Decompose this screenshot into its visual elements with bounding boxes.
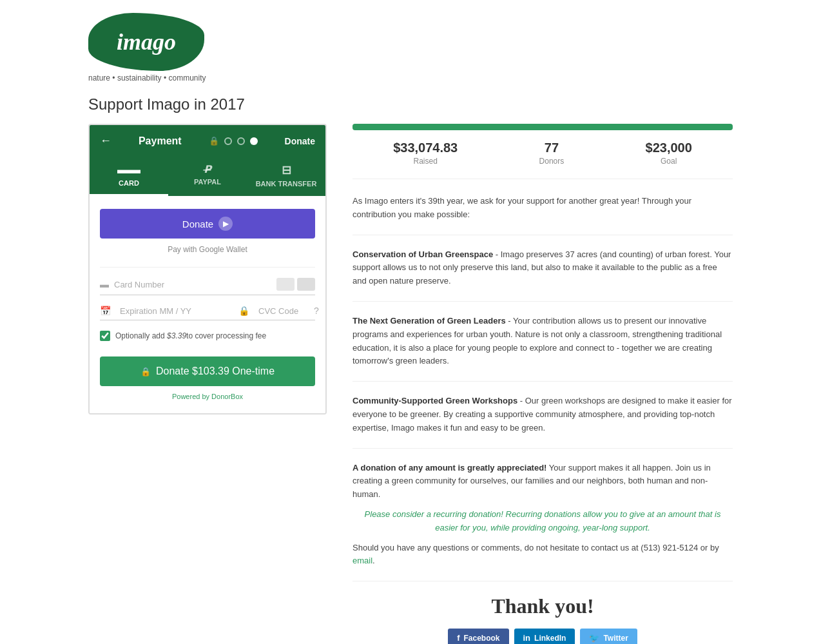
fee-amount: $3.39	[167, 331, 186, 340]
facebook-button[interactable]: f Facebook	[448, 629, 508, 644]
fee-label-prefix: Optionally add	[115, 331, 167, 340]
card-type-icons	[276, 278, 315, 291]
progress-bar-fill	[353, 124, 733, 130]
donors-label: Donors	[539, 157, 565, 166]
form-divider	[100, 267, 315, 268]
back-button[interactable]: ←	[100, 134, 111, 148]
desc-section-3: Community-Supported Green Workshops - Ou…	[353, 395, 733, 448]
help-icon[interactable]: ?	[314, 306, 319, 316]
page-title: Support Imago in 2017	[88, 95, 733, 113]
raised-label: Raised	[393, 157, 458, 166]
facebook-icon: f	[457, 633, 459, 643]
cvc-input[interactable]	[258, 306, 310, 316]
payment-widget: ← Payment 🔒 Donate ▬▬ CARD P̶ PAY	[88, 124, 327, 415]
tab-paypal-label: PAYPAL	[194, 178, 221, 186]
linkedin-icon: in	[523, 633, 531, 643]
logo-tagline: nature • sustainability • community	[88, 73, 206, 83]
tab-card[interactable]: ▬▬ CARD	[90, 157, 168, 196]
powered-by: Powered by DonorBox	[100, 393, 315, 400]
desc-intro: As Imago enters it's 39th year, we ask f…	[353, 196, 691, 219]
gpay-donate-button[interactable]: Donate ▶	[100, 209, 315, 239]
card-number-field-row: ▬	[100, 278, 315, 295]
gpay-circle-icon: ▶	[218, 217, 233, 231]
facebook-label: Facebook	[463, 634, 499, 643]
payment-tabs: ▬▬ CARD P̶ PAYPAL ⊟ BANK TRANSFER	[90, 157, 325, 196]
tab-bank-label: BANK TRANSFER	[256, 180, 317, 188]
header-donate-button[interactable]: Donate	[285, 136, 315, 146]
widget-header: ← Payment 🔒 Donate	[90, 125, 325, 157]
lock-icon: 🔒	[209, 136, 219, 146]
bank-icon: ⊟	[282, 163, 291, 177]
logo-text: imago	[117, 28, 176, 55]
section4-bold: A donation of any amount is greatly appr…	[353, 463, 546, 473]
section3-title: Community-Supported Green Workshops	[353, 396, 517, 405]
page-wrapper: imago nature • sustainability • communit…	[69, 0, 752, 644]
logo-area: imago nature • sustainability • communit…	[88, 13, 733, 83]
step-dot-1	[224, 137, 232, 145]
card-chip-visa	[276, 278, 295, 291]
widget-body: Donate ▶ Pay with Google Wallet ▬	[90, 196, 325, 413]
tab-paypal[interactable]: P̶ PAYPAL	[168, 157, 247, 196]
processing-fee-checkbox[interactable]	[100, 331, 110, 341]
desc-section-4: A donation of any amount is greatly appr…	[353, 462, 733, 582]
contact-text1: Should you have any questions or comment…	[353, 543, 719, 552]
thank-you-heading: Thank you!	[353, 594, 733, 618]
stats-row: $33,074.83 Raised 77 Donors $23,000 Goal	[353, 141, 733, 179]
expiry-input[interactable]	[120, 306, 228, 316]
cvc-field: 🔒 ?	[238, 306, 319, 316]
progress-bar-container	[353, 124, 733, 130]
tab-bank[interactable]: ⊟ BANK TRANSFER	[247, 157, 325, 196]
card-chip-mc	[297, 278, 315, 291]
info-panel: $33,074.83 Raised 77 Donors $23,000 Goal…	[353, 124, 733, 644]
card-field-icon: ▬	[100, 279, 109, 289]
email-link[interactable]: email	[353, 556, 372, 565]
donate-cta-button[interactable]: 🔒 Donate $103.39 One-time	[100, 356, 315, 386]
lock-cvc-icon: 🔒	[238, 306, 249, 316]
logo-leaf: imago	[88, 13, 204, 71]
contact-text2: .	[372, 556, 375, 565]
goal-label: Goal	[646, 157, 692, 166]
widget-steps: 🔒	[209, 136, 258, 146]
widget-title: Payment	[139, 135, 182, 147]
twitter-button[interactable]: 🐦 Twitter	[580, 629, 637, 644]
section2-title: The Next Generation of Green Leaders	[353, 316, 506, 326]
donorbox-link[interactable]: Powered by DonorBox	[172, 393, 243, 400]
recurring-text: Please consider a recurring donation! Re…	[353, 508, 733, 535]
donate-lock-icon: 🔒	[140, 367, 151, 376]
fee-label-suffix: to cover processing fee	[186, 331, 266, 340]
raised-value: $33,074.83	[393, 141, 458, 155]
donors-value: 77	[539, 141, 565, 155]
desc-section-intro: As Imago enters it's 39th year, we ask f…	[353, 195, 733, 235]
goal-value: $23,000	[646, 141, 692, 155]
linkedin-label: LinkedIn	[534, 634, 566, 643]
paypal-icon: P̶	[204, 163, 211, 175]
processing-fee-row: Optionally add $3.39to cover processing …	[100, 331, 315, 341]
expiry-field: 📅	[100, 306, 228, 316]
processing-fee-label: Optionally add $3.39to cover processing …	[115, 331, 266, 340]
desc-section-1: Conservation of Urban Greenspace - Imago…	[353, 248, 733, 302]
card-icon: ▬▬	[117, 163, 140, 177]
stat-raised: $33,074.83 Raised	[393, 141, 458, 166]
logo-container: imago nature • sustainability • communit…	[88, 13, 206, 83]
expiry-cvc-row: 📅 🔒 ?	[100, 306, 315, 320]
social-row: f Facebook in LinkedIn 🐦 Twitter	[353, 629, 733, 644]
calendar-icon: 📅	[100, 306, 111, 316]
stat-goal: $23,000 Goal	[646, 141, 692, 166]
card-number-input[interactable]	[114, 280, 276, 289]
donate-cta-label: Donate $103.39 One-time	[156, 366, 275, 377]
step-dot-3	[250, 137, 258, 145]
tab-card-label: CARD	[119, 179, 139, 187]
gpay-donate-label: Donate	[182, 219, 213, 229]
twitter-label: Twitter	[603, 634, 628, 643]
step-dot-2	[237, 137, 245, 145]
linkedin-button[interactable]: in LinkedIn	[514, 629, 575, 644]
contact-para: Should you have any questions or comment…	[353, 542, 733, 569]
main-layout: ← Payment 🔒 Donate ▬▬ CARD P̶ PAY	[88, 124, 733, 644]
section1-title: Conservation of Urban Greenspace	[353, 249, 493, 259]
stat-donors: 77 Donors	[539, 141, 565, 166]
gpay-sub-label: Pay with Google Wallet	[100, 245, 315, 254]
section4-para: A donation of any amount is greatly appr…	[353, 462, 733, 502]
twitter-icon: 🐦	[589, 633, 599, 643]
desc-section-2: The Next Generation of Green Leaders - Y…	[353, 315, 733, 382]
